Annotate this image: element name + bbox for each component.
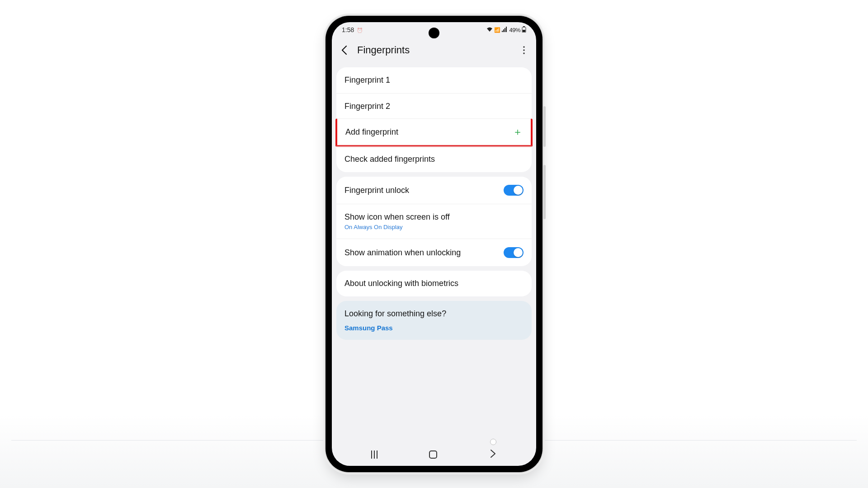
phone-frame: 1:58 📶 49% Fingerprin: [326, 16, 542, 472]
navigation-bar: [332, 443, 536, 466]
show-animation-toggle[interactable]: [504, 247, 524, 258]
about-label: About unlocking with biometrics: [344, 279, 458, 288]
show-animation-item[interactable]: Show animation when unlocking: [336, 239, 532, 266]
camera-notch: [429, 28, 439, 38]
status-time: 1:58: [342, 26, 354, 33]
unlock-options-card: Fingerprint unlock Show icon when screen…: [336, 177, 532, 266]
fingerprint-1-label: Fingerprint 1: [344, 75, 390, 85]
show-icon-label: Show icon when screen is off: [344, 212, 450, 222]
suggestion-title: Looking for something else?: [336, 301, 532, 322]
nav-back-button[interactable]: [489, 449, 497, 460]
add-fingerprint-item[interactable]: Add fingerprint ＋: [335, 118, 533, 147]
svg-rect-2: [523, 30, 525, 32]
alarm-icon: [357, 26, 363, 33]
fingerprint-2-item[interactable]: Fingerprint 2: [336, 93, 532, 119]
battery-text: 49%: [509, 27, 520, 33]
screen: 1:58 📶 49% Fingerprin: [332, 22, 536, 466]
check-fingerprints-item[interactable]: Check added fingerprints: [336, 146, 532, 172]
svg-point-4: [523, 49, 524, 51]
signal-icon: [501, 27, 508, 33]
show-icon-item[interactable]: Show icon when screen is off On Always O…: [336, 204, 532, 239]
battery-icon: [522, 26, 526, 34]
svg-point-5: [523, 52, 524, 54]
svg-rect-1: [523, 26, 525, 27]
fingerprint-unlock-label: Fingerprint unlock: [344, 186, 409, 195]
gesture-hint-dot: [490, 439, 496, 445]
about-item[interactable]: About unlocking with biometrics: [336, 271, 532, 296]
vowifi-icon: 📶: [494, 27, 500, 33]
fingerprint-list-card: Fingerprint 1 Fingerprint 2 Add fingerpr…: [336, 67, 532, 172]
show-animation-label: Show animation when unlocking: [344, 248, 461, 258]
samsung-pass-link[interactable]: Samsung Pass: [336, 322, 532, 340]
fingerprint-unlock-toggle[interactable]: [504, 185, 524, 196]
app-bar: Fingerprints: [332, 38, 536, 63]
check-fingerprints-label: Check added fingerprints: [344, 155, 435, 164]
about-card: About unlocking with biometrics: [336, 271, 532, 296]
recents-button[interactable]: [371, 450, 377, 459]
fingerprint-1-item[interactable]: Fingerprint 1: [336, 67, 532, 93]
plus-icon: ＋: [513, 127, 523, 137]
content[interactable]: Fingerprint 1 Fingerprint 2 Add fingerpr…: [332, 63, 536, 443]
power-button: [543, 165, 546, 219]
svg-point-3: [523, 46, 524, 47]
volume-button: [543, 106, 546, 147]
back-icon[interactable]: [340, 45, 349, 56]
page-title: Fingerprints: [357, 44, 520, 56]
fingerprint-2-label: Fingerprint 2: [344, 102, 390, 111]
add-fingerprint-label: Add fingerprint: [345, 127, 398, 137]
suggestion-card: Looking for something else? Samsung Pass: [336, 301, 532, 340]
status-right: 📶 49%: [486, 26, 526, 34]
wifi-icon: [486, 27, 493, 33]
more-menu-icon[interactable]: [520, 45, 528, 55]
show-icon-sub: On Always On Display: [344, 224, 403, 230]
fingerprint-unlock-item[interactable]: Fingerprint unlock: [336, 177, 532, 204]
home-button[interactable]: [429, 450, 437, 459]
